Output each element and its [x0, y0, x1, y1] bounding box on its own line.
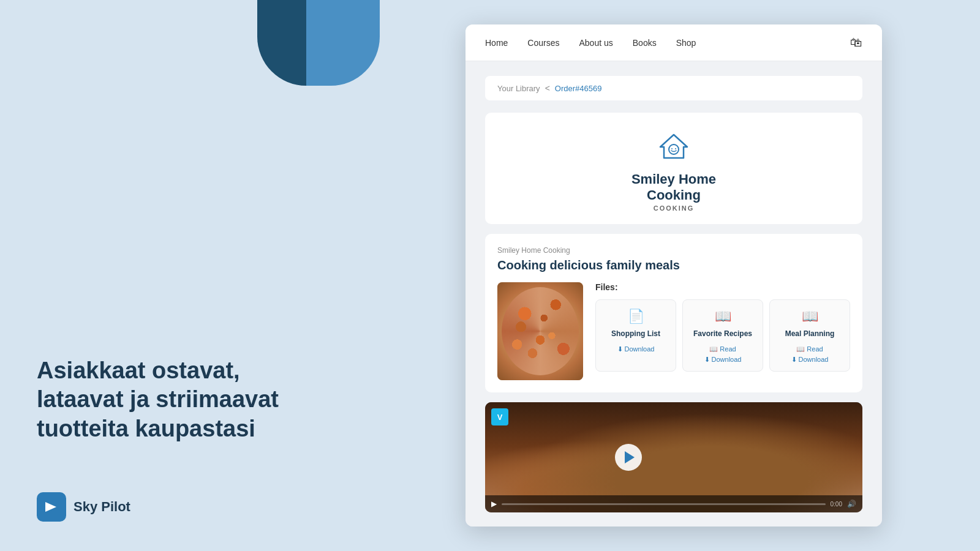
- files-section: Files: 📄 Shopping List ⬇ Download: [595, 282, 850, 372]
- product-main-row: Files: 📄 Shopping List ⬇ Download: [497, 282, 850, 380]
- play-triangle-icon: [625, 451, 635, 463]
- file-name-recipes: Favorite Recipes: [689, 329, 756, 339]
- content-area: Your Library < Order#46569: [466, 61, 882, 527]
- video-time: 0:00: [831, 501, 842, 508]
- pizza-visual: [497, 282, 583, 380]
- read-meal-button[interactable]: 📖 Read: [776, 345, 843, 353]
- nav-shop[interactable]: Shop: [676, 38, 696, 48]
- pizza-toppings: [502, 287, 579, 375]
- nav-courses[interactable]: Courses: [527, 38, 559, 48]
- download-shopping-button[interactable]: ⬇ Download: [602, 345, 669, 353]
- file-name-shopping: Shopping List: [602, 329, 669, 339]
- shape-blue: [306, 0, 380, 86]
- document-icon: 📄: [602, 309, 669, 324]
- smiley-home-icon: [657, 130, 691, 164]
- breadcrumb-order: Order#46569: [555, 84, 602, 93]
- svg-point-3: [675, 148, 676, 149]
- download-meal-button[interactable]: ⬇ Download: [776, 356, 843, 364]
- skypilot-icon: [43, 498, 60, 515]
- file-actions-recipes: 📖 Read ⬇ Download: [689, 345, 756, 364]
- video-play-icon[interactable]: ▶: [491, 500, 497, 508]
- browser-window: Home Courses About us Books Shop 🛍 Your …: [466, 24, 882, 527]
- hero-text: Asiakkaat ostavat, lataavat ja striimaav…: [37, 356, 331, 444]
- read-recipes-button[interactable]: 📖 Read: [689, 345, 756, 353]
- file-card-shopping-list: 📄 Shopping List ⬇ Download: [595, 299, 676, 372]
- file-card-meal-planning: 📖 Meal Planning 📖 Read ⬇ Download: [769, 299, 850, 372]
- file-actions-shopping: ⬇ Download: [602, 345, 669, 353]
- book-icon-meal: 📖: [776, 309, 843, 324]
- brand-footer: Sky Pilot: [37, 492, 380, 522]
- nav-links: Home Courses About us Books Shop: [485, 38, 696, 48]
- book-icon-recipes: 📖: [689, 309, 756, 324]
- brand-name: Sky Pilot: [74, 499, 130, 515]
- svg-point-1: [669, 144, 679, 154]
- navbar: Home Courses About us Books Shop 🛍: [466, 24, 882, 61]
- files-grid: 📄 Shopping List ⬇ Download 📖 Favorite Re…: [595, 299, 850, 372]
- brand-logo: [37, 492, 66, 522]
- breadcrumb-separator: <: [545, 83, 550, 93]
- breadcrumb: Your Library < Order#46569: [485, 76, 862, 100]
- product-title: Smiley Home Cooking: [500, 171, 848, 203]
- video-progress-bar[interactable]: [502, 503, 826, 505]
- breadcrumb-library[interactable]: Your Library: [497, 84, 540, 93]
- nav-about[interactable]: About us: [579, 38, 613, 48]
- left-panel: Asiakkaat ostavat, lataavat ja striimaav…: [0, 0, 380, 551]
- svg-point-2: [671, 148, 673, 149]
- product-description: Cooking delicious family meals: [497, 258, 850, 272]
- product-tag: Smiley Home Cooking: [497, 246, 850, 255]
- product-image: [497, 282, 583, 380]
- vimeo-badge: V: [491, 408, 508, 425]
- video-card: V ▶ 0:00 🔊: [485, 402, 862, 512]
- video-volume-icon[interactable]: 🔊: [847, 500, 856, 508]
- nav-books[interactable]: Books: [633, 38, 657, 48]
- product-content-card: Smiley Home Cooking Cooking delicious fa…: [485, 234, 862, 392]
- file-name-meal: Meal Planning: [776, 329, 843, 339]
- nav-home[interactable]: Home: [485, 38, 508, 48]
- product-subtitle: COOKING: [500, 204, 848, 212]
- right-panel: Home Courses About us Books Shop 🛍 Your …: [380, 0, 980, 551]
- files-label: Files:: [595, 282, 850, 292]
- product-header-card: Smiley Home Cooking COOKING: [485, 113, 862, 224]
- file-card-recipes: 📖 Favorite Recipes 📖 Read ⬇ Download: [682, 299, 763, 372]
- download-recipes-button[interactable]: ⬇ Download: [689, 356, 756, 364]
- cart-icon[interactable]: 🛍: [850, 36, 862, 50]
- file-actions-meal: 📖 Read ⬇ Download: [776, 345, 843, 364]
- product-logo: [657, 130, 691, 164]
- decorative-shapes: [257, 0, 380, 98]
- svg-marker-0: [45, 502, 56, 512]
- play-button[interactable]: [615, 444, 642, 471]
- video-controls: ▶ 0:00 🔊: [485, 495, 862, 512]
- video-wrapper: V ▶ 0:00 🔊: [485, 402, 862, 512]
